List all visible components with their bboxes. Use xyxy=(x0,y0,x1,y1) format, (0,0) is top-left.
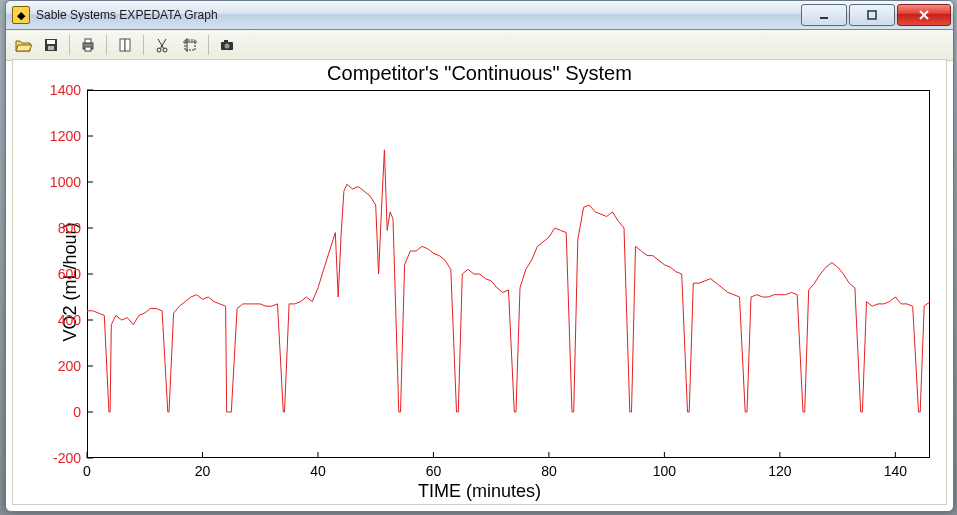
svg-text:100: 100 xyxy=(653,463,677,479)
svg-rect-20 xyxy=(224,40,228,43)
svg-rect-6 xyxy=(48,46,54,50)
svg-text:40: 40 xyxy=(310,463,326,479)
page-setup-icon xyxy=(117,37,133,53)
print-button[interactable] xyxy=(75,33,101,57)
close-button[interactable] xyxy=(897,4,951,26)
svg-text:140: 140 xyxy=(884,463,908,479)
svg-rect-1 xyxy=(868,11,876,19)
svg-text:1400: 1400 xyxy=(50,82,81,98)
svg-text:0: 0 xyxy=(73,404,81,420)
open-icon xyxy=(14,37,32,53)
svg-text:600: 600 xyxy=(58,266,82,282)
svg-text:400: 400 xyxy=(58,312,82,328)
app-icon: ◆ xyxy=(12,6,30,24)
svg-rect-9 xyxy=(85,47,91,51)
plot-svg: 020406080100120140-200020040060080010001… xyxy=(87,90,930,458)
minimize-button[interactable] xyxy=(801,4,847,26)
toolbar xyxy=(6,30,953,61)
svg-rect-11 xyxy=(125,39,130,51)
svg-rect-8 xyxy=(85,39,91,43)
close-icon xyxy=(918,9,930,21)
x-axis-label: TIME (minutes) xyxy=(13,481,946,502)
svg-rect-22 xyxy=(88,91,930,458)
svg-text:-200: -200 xyxy=(53,450,81,466)
snapshot-button[interactable] xyxy=(214,33,240,57)
svg-text:1200: 1200 xyxy=(50,128,81,144)
window-title: Sable Systems EXPEDATA Graph xyxy=(36,8,799,22)
svg-text:0: 0 xyxy=(83,463,91,479)
svg-rect-5 xyxy=(47,40,55,44)
minimize-icon xyxy=(818,9,830,21)
svg-text:1000: 1000 xyxy=(50,174,81,190)
title-bar[interactable]: ◆ Sable Systems EXPEDATA Graph xyxy=(6,1,953,30)
cut-icon xyxy=(154,37,170,53)
svg-text:60: 60 xyxy=(426,463,442,479)
svg-text:120: 120 xyxy=(768,463,792,479)
chart-area: Competitor's "Continuous" System VO2 (mL… xyxy=(12,59,947,505)
svg-text:80: 80 xyxy=(541,463,557,479)
svg-point-14 xyxy=(157,48,161,52)
open-button[interactable] xyxy=(10,33,36,57)
plot-area[interactable]: 020406080100120140-200020040060080010001… xyxy=(87,90,930,458)
crop-icon xyxy=(182,37,198,53)
print-icon xyxy=(80,37,96,53)
chart-title: Competitor's "Continuous" System xyxy=(13,62,946,85)
page-setup-button[interactable] xyxy=(112,33,138,57)
camera-icon xyxy=(219,38,235,52)
svg-text:200: 200 xyxy=(58,358,82,374)
svg-text:20: 20 xyxy=(195,463,211,479)
svg-rect-10 xyxy=(120,39,125,51)
svg-point-15 xyxy=(163,48,167,52)
cut-button[interactable] xyxy=(149,33,175,57)
svg-point-21 xyxy=(225,44,230,49)
save-icon xyxy=(43,37,59,53)
maximize-icon xyxy=(866,9,878,21)
crop-button[interactable] xyxy=(177,33,203,57)
app-window: ◆ Sable Systems EXPEDATA Graph xyxy=(5,0,954,512)
maximize-button[interactable] xyxy=(849,4,895,26)
save-button[interactable] xyxy=(38,33,64,57)
svg-text:800: 800 xyxy=(58,220,82,236)
